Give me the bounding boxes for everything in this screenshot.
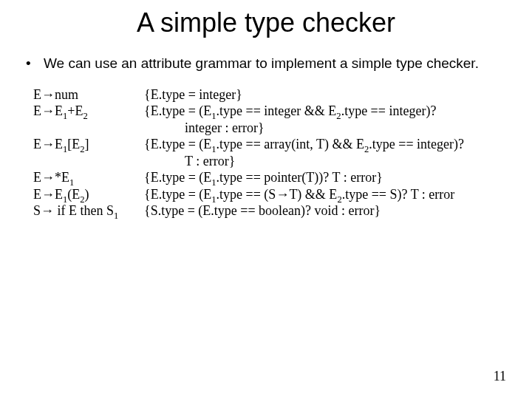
bullet-item: • We can use an attribute grammar to imp… (26, 55, 506, 73)
grammar-row: E→*E1{E.type = (E1.type == pointer(T))? … (33, 169, 506, 186)
semantic-rule: {E.type = integer} (144, 86, 506, 103)
production: E→E1+E2 (33, 103, 144, 120)
semantic-rule: integer : error} (144, 120, 506, 137)
grammar-row: E→E1[E2]{E.type = (E1.type == array(int,… (33, 136, 506, 153)
slide-title: A simple type checker (26, 7, 506, 38)
bullet-dot-icon: • (26, 55, 44, 73)
semantic-rule: {E.type = (E1.type == integer && E2.type… (144, 103, 506, 120)
semantic-rule: {E.type = (E1.type == array(int, T) && E… (144, 136, 506, 153)
semantic-rule: {E.type = (E1.type == (S→T) && E2.type =… (144, 186, 506, 203)
production: S→ if E then S1 (33, 202, 144, 219)
production: E→*E1 (33, 169, 144, 186)
semantic-rule: T : error} (144, 153, 506, 170)
page-number: 11 (494, 369, 506, 384)
grammar-row: integer : error} (33, 120, 506, 137)
production: E→E1[E2] (33, 136, 144, 153)
semantic-rule: {S.type = (E.type == boolean)? void : er… (144, 202, 506, 219)
semantic-rule: {E.type = (E1.type == pointer(T))? T : e… (144, 169, 506, 186)
grammar-row: E→num{E.type = integer} (33, 86, 506, 103)
grammar-block: E→num{E.type = integer}E→E1+E2{E.type = … (33, 86, 506, 219)
grammar-row: E→E1+E2{E.type = (E1.type == integer && … (33, 103, 506, 120)
grammar-row: T : error} (33, 153, 506, 170)
grammar-row: E→E1(E2){E.type = (E1.type == (S→T) && E… (33, 186, 506, 203)
grammar-row: S→ if E then S1{S.type = (E.type == bool… (33, 202, 506, 219)
bullet-text: We can use an attribute grammar to imple… (44, 55, 506, 73)
production: E→E1(E2) (33, 186, 144, 203)
production: E→num (33, 86, 144, 103)
